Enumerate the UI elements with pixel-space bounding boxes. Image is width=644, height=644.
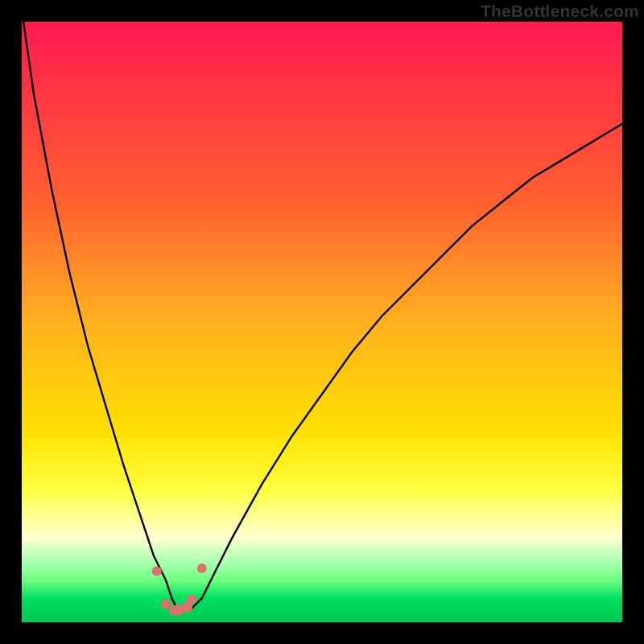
chart-border xyxy=(0,0,644,644)
watermark-text: TheBottleneck.com xyxy=(481,2,639,21)
chart-container: TheBottleneck.com xyxy=(0,0,644,644)
